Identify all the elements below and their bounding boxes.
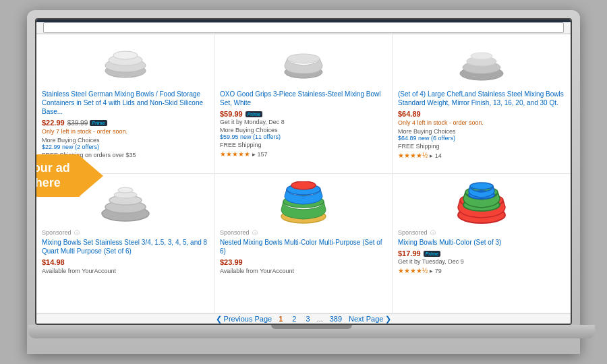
product-cell-5: Sponsored ⓘ Nested Mixing Bowls Multi-Co…	[214, 174, 393, 313]
stars-2: ★★★★★	[220, 150, 250, 158]
product-title-5[interactable]: Nested Mixing Bowls Multi-Color Multi-Pu…	[220, 238, 386, 255]
page-3-button[interactable]: 3	[303, 314, 312, 324]
product-image-svg-3	[455, 45, 509, 82]
laptop-base	[28, 325, 595, 338]
svg-point-18	[291, 181, 316, 189]
svg-point-14	[118, 187, 133, 193]
product-cell-2: OXO Good Grips 3-Piece Stainless-Steel M…	[214, 34, 393, 174]
product-title-1[interactable]: Stainless Steel German Mixing Bowls / Fo…	[42, 90, 208, 116]
product-cell-3: (Set of 4) Large ChefLand Stainless Stee…	[393, 34, 571, 174]
product-price-3: $64.89	[398, 110, 421, 118]
product-image-5	[220, 179, 386, 226]
sponsored-icon-6: ⓘ	[430, 230, 436, 236]
get-it-date-6: Get it by Tuesday, Dec 9	[398, 258, 565, 265]
svg-point-9	[471, 53, 492, 59]
review-count-3: ▸ 14	[430, 152, 442, 159]
sponsored-label-4: Sponsored ⓘ	[42, 229, 208, 237]
more-buying-link-3[interactable]: $64.89 new (6 offers)	[398, 135, 455, 142]
review-count-6: ▸ 79	[430, 268, 442, 274]
product-price-1: $22.99	[42, 119, 65, 127]
product-title-6[interactable]: Mixing Bowls Multi-Color (Set of 3)	[398, 238, 565, 247]
product-image-2	[220, 40, 386, 87]
prime-badge-1: Prime	[90, 120, 107, 126]
svg-point-3	[113, 51, 138, 59]
product-image-svg-2	[277, 45, 330, 82]
stars-3: ★★★★½	[398, 152, 428, 159]
ad-box: Your ad here	[35, 154, 80, 197]
search-input[interactable]	[43, 22, 564, 33]
pagination-ellipsis: ...	[317, 315, 323, 323]
product-image-svg-6	[451, 181, 512, 225]
free-shipping-2: FREE Shipping	[220, 142, 386, 148]
available-text-5: Available from YourAccount	[220, 268, 386, 274]
search-bar	[36, 22, 571, 34]
ad-overlay: Your ad here	[35, 154, 103, 197]
product-cell-1: Stainless Steel German Mixing Bowls / Fo…	[36, 34, 214, 174]
prev-page-button[interactable]: ❮ Previous Page	[216, 315, 272, 324]
product-image-svg-5	[273, 181, 334, 225]
product-cell-6: Sponsored ⓘ Mixing Bowls Multi-Color (Se…	[393, 174, 571, 313]
product-image-3	[398, 40, 565, 87]
review-count-2: ▸ 157	[252, 151, 268, 158]
product-price-4: $14.98	[42, 258, 208, 266]
laptop-frame: Stainless Steel German Mixing Bowls / Fo…	[27, 10, 580, 354]
product-price-5: $23.99	[220, 258, 386, 266]
product-image-1	[42, 40, 208, 87]
stars-6: ★★★★½	[398, 267, 428, 274]
svg-point-24	[470, 183, 493, 189]
more-buying-1: More Buying Choices $22.99 new (2 offers…	[42, 137, 208, 150]
product-title-4[interactable]: Mixing Bowls Set Stainless Steel 3/4, 1.…	[42, 238, 208, 255]
product-image-svg-1	[98, 45, 152, 82]
product-grid: Stainless Steel German Mixing Bowls / Fo…	[36, 34, 571, 313]
sponsored-label-5: Sponsored ⓘ	[220, 229, 386, 237]
product-price-6: $17.99	[398, 249, 421, 257]
svg-point-5	[287, 54, 320, 63]
sponsored-icon-5: ⓘ	[252, 230, 258, 236]
product-title-2[interactable]: OXO Good Grips 3-Piece Stainless-Steel M…	[220, 90, 386, 107]
prime-badge-6: Prime	[424, 251, 440, 257]
next-page-button[interactable]: Next Page ❯	[349, 315, 391, 324]
page-2-button[interactable]: 2	[289, 314, 299, 324]
sponsored-label-6: Sponsored ⓘ	[398, 229, 565, 237]
pagination: ❮ Previous Page 1 2 3 ... 389 Next Page …	[36, 313, 571, 324]
sponsored-icon-4: ⓘ	[74, 230, 80, 236]
laptop-screen: Stainless Steel German Mixing Bowls / Fo…	[35, 18, 572, 325]
get-it-date-2: Get it by Monday, Dec 8	[220, 119, 386, 125]
more-buying-link-1[interactable]: $22.99 new (2 offers)	[42, 144, 99, 150]
ad-arrow	[80, 156, 103, 196]
page-1-button[interactable]: 1	[276, 314, 285, 324]
free-shipping-3: FREE Shipping	[398, 143, 565, 150]
page-last-button[interactable]: 389	[327, 314, 345, 324]
available-text-4: Available from YourAccount	[42, 268, 208, 274]
more-buying-2: More Buying Choices $59.95 new (11 offer…	[220, 127, 386, 140]
product-image-6	[398, 179, 565, 226]
product-price-2: $59.99	[220, 110, 243, 118]
stock-warning-3: Only 4 left in stock - order soon.	[398, 119, 565, 126]
product-price-old-1: $39.99	[67, 119, 88, 127]
prime-badge-2: Prime	[245, 111, 262, 117]
more-buying-3: More Buying Choices $64.89 new (6 offers…	[398, 128, 565, 142]
stock-warning-1: Only 7 left in stock - order soon.	[42, 128, 208, 135]
product-image-svg-4	[95, 181, 156, 225]
product-title-3[interactable]: (Set of 4) Large ChefLand Stainless Stee…	[398, 90, 565, 107]
amazon-page: Stainless Steel German Mixing Bowls / Fo…	[36, 20, 571, 324]
more-buying-link-2[interactable]: $59.95 new (11 offers)	[220, 133, 281, 140]
